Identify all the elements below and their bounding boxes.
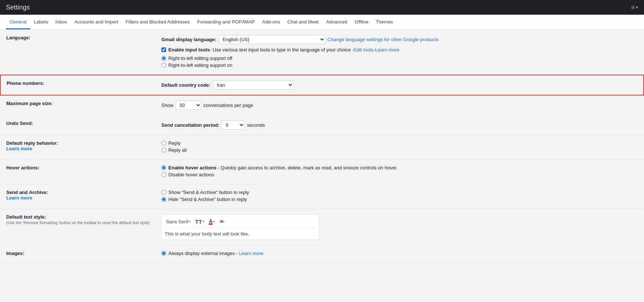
enable-hover-label: Enable hover actions - Quickly gain acce… xyxy=(168,165,398,170)
hide-send-archive-radio[interactable] xyxy=(161,197,166,202)
reply-label: Reply xyxy=(168,140,180,146)
tab-forwarding-pop[interactable]: Forwarding and POP/IMAP xyxy=(193,15,258,29)
send-archive-row: Send and Archive: Learn more Show "Send … xyxy=(0,184,644,209)
phone-numbers-label: Phone numbers: xyxy=(0,75,155,95)
title-bar-right: ⊞ ▾ xyxy=(631,5,638,10)
max-page-size-row: Maximum page size: Show 25 50 100 conver… xyxy=(0,95,644,115)
seconds-label: seconds xyxy=(247,122,265,128)
hover-actions-value: Enable hover actions - Quickly gain acce… xyxy=(155,160,644,184)
always-display-images-label: Always display external images - Learn m… xyxy=(168,251,264,256)
reply-all-radio[interactable] xyxy=(161,148,166,152)
remove-formatting-icon: ✕ xyxy=(219,218,224,225)
title-bar: Settings ⊞ ▾ xyxy=(0,0,644,15)
rtl-off-radio[interactable] xyxy=(161,56,166,61)
images-value: Always display external images - Learn m… xyxy=(155,245,644,263)
phone-numbers-row: Phone numbers: Default country code: Ira… xyxy=(0,75,644,95)
default-text-style-value: Sans Serif ▾ TT ▾ A ▾ ✕ xyxy=(155,209,644,245)
window-controls: ⊞ ▾ xyxy=(631,5,638,10)
font-color-button[interactable]: A ▾ xyxy=(207,218,217,226)
show-label: Show xyxy=(161,103,173,108)
default-reply-behavior-value: Reply Reply all xyxy=(155,135,644,160)
send-cancellation-period-label: Send cancellation period: xyxy=(161,122,219,128)
disable-hover-radio[interactable] xyxy=(161,172,166,177)
tab-add-ons[interactable]: Add-ons xyxy=(258,15,283,29)
tab-inbox[interactable]: Inbox xyxy=(52,15,71,29)
rtl-off-label: Right-to-left editing support off xyxy=(168,55,232,61)
display-language-select[interactable]: English (US) xyxy=(219,35,325,44)
enable-input-tools-checkbox[interactable] xyxy=(161,47,166,52)
undo-send-value: Send cancellation period: 5 10 20 30 sec… xyxy=(155,115,644,135)
font-color-chevron: ▾ xyxy=(213,220,215,223)
reply-radio[interactable] xyxy=(161,141,166,145)
enable-input-tools-desc: - Use various text input tools to type i… xyxy=(210,47,354,53)
font-size-button[interactable]: TT ▾ xyxy=(194,218,206,226)
tab-advanced[interactable]: Advanced xyxy=(322,15,351,29)
undo-send-row: Undo Send: Send cancellation period: 5 1… xyxy=(0,115,644,135)
tab-accounts-import[interactable]: Accounts and Import xyxy=(71,15,122,29)
phone-numbers-value: Default country code: Iran xyxy=(155,75,644,95)
rtl-on-radio[interactable] xyxy=(161,63,166,68)
text-style-editor: Sans Serif ▾ TT ▾ A ▾ ✕ xyxy=(161,214,319,240)
default-reply-behavior-row: Default reply behavior: Learn more Reply… xyxy=(0,135,644,160)
settings-content: Language: Gmail display language: Englis… xyxy=(0,30,644,263)
tab-chat-meet[interactable]: Chat and Meet xyxy=(284,15,322,29)
default-reply-learn-more[interactable]: Learn more xyxy=(6,146,32,151)
enable-input-tools-label: Enable input tools xyxy=(168,47,210,53)
send-archive-value: Show "Send & Archive" button in reply Hi… xyxy=(155,184,644,209)
font-family-chevron: ▾ xyxy=(189,220,191,223)
default-reply-behavior-label: Default reply behavior: Learn more xyxy=(0,135,155,160)
country-code-select[interactable]: Iran xyxy=(213,80,294,90)
max-page-size-value: Show 25 50 100 conversations per page xyxy=(155,95,644,115)
language-value: Gmail display language: English (US) Cha… xyxy=(155,30,644,75)
learn-more-link-1[interactable]: Learn more xyxy=(375,47,399,53)
reply-all-label: Reply all xyxy=(168,147,187,153)
font-size-chevron: ▾ xyxy=(203,220,204,223)
default-text-style-row: Default text style: (Use the 'Remove for… xyxy=(0,209,644,245)
tab-labels[interactable]: Labels xyxy=(30,15,51,29)
images-row: Images: Always display external images -… xyxy=(0,245,644,263)
remove-formatting-button[interactable]: ✕ xyxy=(218,217,226,226)
show-send-archive-label: Show "Send & Archive" button in reply xyxy=(168,190,249,195)
conversations-label: conversations per page xyxy=(204,103,253,108)
always-display-images-radio[interactable] xyxy=(161,251,166,256)
tab-filters-blocked[interactable]: Filters and Blocked Addresses xyxy=(122,15,194,29)
disable-hover-label: Disable hover actions xyxy=(168,172,214,177)
tab-offline[interactable]: Offline xyxy=(351,15,372,29)
edit-tools-link[interactable]: Edit tools xyxy=(354,47,373,53)
show-send-archive-radio[interactable] xyxy=(161,190,166,195)
app-title: Settings xyxy=(6,4,30,11)
page-size-select[interactable]: 25 50 100 xyxy=(176,101,201,110)
default-text-style-label: Default text style: (Use the 'Remove for… xyxy=(0,209,155,245)
text-style-preview: This is what your body text will look li… xyxy=(165,231,316,237)
tab-themes[interactable]: Themes xyxy=(372,15,397,29)
text-style-toolbar: Sans Serif ▾ TT ▾ A ▾ ✕ xyxy=(165,217,316,228)
images-label: Images: xyxy=(0,245,155,263)
display-language-label: Gmail display language: xyxy=(161,37,217,42)
hide-send-archive-label: Hide "Send & Archive" button in reply xyxy=(168,197,247,202)
language-label: Language: xyxy=(0,30,155,75)
rtl-on-label: Right-to-left editing support on xyxy=(168,62,232,68)
tab-general[interactable]: General xyxy=(6,15,30,29)
send-archive-learn-more[interactable]: Learn more xyxy=(6,195,32,201)
font-family-button[interactable]: Sans Serif ▾ xyxy=(165,218,192,225)
images-learn-more[interactable]: Learn more xyxy=(239,251,263,256)
settings-table: Language: Gmail display language: Englis… xyxy=(0,30,644,263)
cancellation-period-select[interactable]: 5 10 20 30 xyxy=(222,121,245,130)
default-country-code-label: Default country code: xyxy=(161,82,211,88)
hover-actions-label: Hover actions: xyxy=(0,160,155,184)
language-row: Language: Gmail display language: Englis… xyxy=(0,30,644,75)
enable-hover-radio[interactable] xyxy=(161,165,166,170)
undo-send-label: Undo Send: xyxy=(0,115,155,135)
settings-nav: General Labels Inbox Accounts and Import… xyxy=(0,15,644,30)
change-language-link[interactable]: Change language settings for other Googl… xyxy=(328,37,439,42)
max-page-size-label: Maximum page size: xyxy=(0,95,155,115)
send-archive-label: Send and Archive: Learn more xyxy=(0,184,155,209)
hover-actions-row: Hover actions: Enable hover actions - Qu… xyxy=(0,160,644,184)
